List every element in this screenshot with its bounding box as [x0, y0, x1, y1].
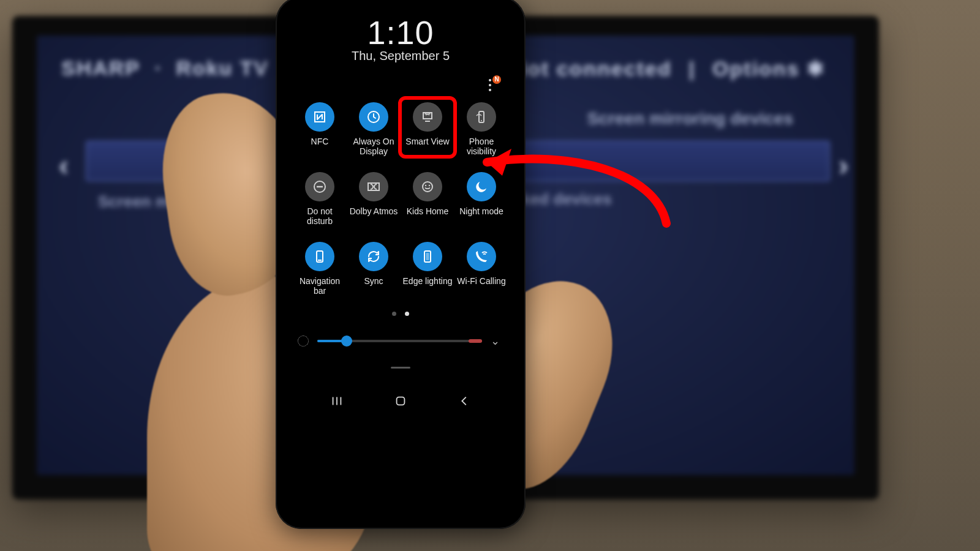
tile-label: Navigation bar	[293, 276, 346, 296]
svg-point-6	[423, 182, 432, 192]
dolby-icon	[359, 172, 388, 201]
notification-badge: N	[492, 75, 501, 84]
page-dot[interactable]	[405, 312, 409, 316]
tv-platform: Roku TV	[176, 56, 269, 80]
home-button[interactable]	[393, 393, 409, 409]
chevron-down-icon[interactable]: ⌄	[491, 334, 500, 348]
quick-settings-grid: NFCAlways On DisplaySmart ViewPhone visi…	[287, 97, 514, 296]
tile-sync[interactable]: Sync	[347, 242, 401, 296]
tile-nightmode[interactable]: Night mode	[454, 172, 508, 226]
aod-icon	[359, 102, 388, 132]
phone: 1:10 Thu, September 5 N NFCAlways On Dis…	[276, 0, 526, 529]
clock-time: 1:10	[287, 13, 514, 51]
tile-label: NFC	[311, 137, 329, 146]
svg-rect-16	[397, 397, 405, 405]
page-dot[interactable]	[392, 312, 396, 316]
tile-label: Always On Display	[347, 137, 400, 156]
status-clock: 1:10 Thu, September 5	[287, 13, 514, 63]
back-button[interactable]	[456, 393, 472, 409]
dnd-icon	[305, 172, 334, 201]
tile-label: Wi-Fi Calling	[457, 276, 505, 286]
auto-brightness-marker	[469, 339, 482, 343]
kidshome-icon	[413, 172, 442, 201]
tv-options: Options ✱	[712, 57, 825, 80]
tv-status: Not connected	[511, 57, 672, 80]
drag-handle[interactable]	[287, 360, 514, 371]
tile-label: Do not disturb	[293, 206, 346, 226]
tile-kidshome[interactable]: Kids Home	[401, 172, 454, 226]
svg-point-2	[481, 120, 482, 121]
tile-smartview[interactable]: Smart View	[401, 102, 454, 156]
tv-brand: SHARP	[61, 56, 140, 80]
tile-navbar[interactable]: Navigation bar	[293, 242, 347, 296]
brightness-slider[interactable]	[317, 340, 482, 342]
navbar-icon	[305, 242, 334, 271]
edgelighting-icon	[413, 242, 442, 271]
search-icon[interactable]	[431, 79, 445, 92]
tile-label: Kids Home	[407, 206, 448, 216]
smartview-icon	[413, 102, 442, 132]
gear-icon[interactable]	[458, 79, 472, 92]
tile-aod[interactable]: Always On Display	[347, 102, 401, 156]
svg-rect-12	[426, 253, 429, 260]
nightmode-icon	[467, 172, 496, 201]
brightness-row: ⌄	[287, 316, 514, 348]
nav-bar	[287, 371, 514, 421]
tile-label: Night mode	[459, 206, 503, 216]
tile-label: Edge lighting	[403, 276, 453, 286]
tile-edgelighting[interactable]: Edge lighting	[401, 242, 454, 296]
tile-phonevisibility[interactable]: Phone visibility	[454, 102, 508, 156]
quick-settings-panel: 1:10 Thu, September 5 N NFCAlways On Dis…	[287, 7, 514, 518]
brightness-icon	[298, 335, 309, 347]
phonevisibility-icon	[467, 102, 496, 132]
tv-arrow-left: ‹	[59, 148, 69, 182]
tile-label: Sync	[364, 276, 383, 286]
svg-point-8	[429, 185, 430, 186]
tv-heading: Screen mirroring devices	[587, 109, 793, 129]
wificalling-icon	[467, 242, 496, 271]
svg-point-7	[425, 185, 426, 186]
tile-label: Smart View	[405, 137, 449, 146]
tile-label: Dolby Atmos	[350, 206, 398, 216]
recents-button[interactable]	[329, 393, 345, 409]
tile-label: Phone visibility	[455, 137, 508, 156]
tile-wificalling[interactable]: Wi-Fi Calling	[454, 242, 508, 296]
sync-icon	[359, 242, 388, 271]
nfc-icon	[305, 102, 334, 132]
overflow-icon[interactable]: N	[485, 79, 496, 92]
clock-date: Thu, September 5	[287, 49, 514, 63]
tile-dolby[interactable]: Dolby Atmos	[347, 172, 401, 226]
tile-nfc[interactable]: NFC	[293, 102, 347, 156]
pagination-dots	[287, 312, 514, 316]
tv-arrow-right: ›	[839, 148, 848, 182]
tile-dnd[interactable]: Do not disturb	[293, 172, 347, 226]
